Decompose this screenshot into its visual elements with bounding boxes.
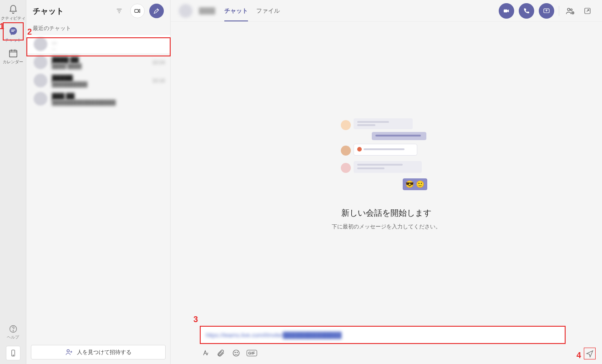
empty-state: 😎 🙂 新しい会話を開始します 下に最初のメッセージを入力してください。: [171, 22, 602, 326]
avatar: [34, 56, 47, 69]
gif-button[interactable]: GIF: [247, 349, 256, 358]
conversation-tabs: チャット ファイル: [224, 0, 280, 21]
emoji-reaction: 😎 🙂: [403, 178, 427, 190]
chat-bubble-icon: [8, 26, 18, 36]
compose-icon: [153, 7, 160, 15]
format-button[interactable]: [201, 349, 210, 358]
svg-point-16: [233, 350, 239, 356]
chat-item[interactable]: ████ ██ ████ ████ 10:24: [26, 53, 170, 71]
new-chat-button[interactable]: [149, 4, 164, 18]
rail-chat[interactable]: チャット: [1, 25, 25, 45]
chat-item[interactable]: ███ ██ ██████████████████: [26, 90, 170, 108]
chat-item[interactable]: ... ...: [26, 35, 170, 53]
phone-icon: [10, 349, 17, 357]
chat-item-time: 10:18: [152, 78, 165, 83]
svg-point-5: [13, 330, 13, 331]
send-icon: [586, 349, 594, 358]
invite-label: 人を見つけて招待する: [77, 349, 132, 356]
rail-chat-label: チャット: [5, 37, 21, 43]
tab-chat[interactable]: チャット: [224, 0, 248, 21]
meet-now-button[interactable]: [130, 4, 145, 18]
svg-point-9: [67, 349, 69, 352]
rail-activity-label: クティビティ: [1, 15, 25, 21]
screen-share-button[interactable]: [539, 3, 554, 19]
svg-point-17: [235, 352, 236, 353]
emoji-button[interactable]: [232, 349, 241, 358]
popout-icon: [583, 7, 592, 15]
chat-list-title: チャット: [33, 6, 108, 16]
svg-rect-8: [135, 10, 138, 13]
chat-items: ... ... ████ ██ ████ ████ 10:24 █████ ██…: [26, 35, 170, 108]
empty-title: 新しい会話を開始します: [341, 207, 431, 218]
compose-area: https://teams.live.com/l/invite/████████…: [171, 326, 602, 364]
avatar: [34, 92, 47, 106]
audio-call-button[interactable]: [519, 3, 534, 19]
help-icon: [9, 324, 18, 334]
filter-button[interactable]: [113, 5, 126, 17]
compose-toolbar: GIF: [200, 344, 566, 358]
rail-activity[interactable]: クティビティ: [1, 3, 25, 23]
emoji-icon: [232, 349, 240, 357]
rail-mobile-button[interactable]: [6, 346, 20, 360]
format-icon: [201, 349, 209, 357]
svg-point-13: [571, 9, 572, 10]
send-button[interactable]: [584, 348, 596, 359]
svg-point-12: [567, 8, 570, 10]
video-icon: [503, 7, 510, 15]
chat-item-preview: ██████████████████: [52, 100, 160, 105]
popout-button[interactable]: [581, 5, 594, 17]
svg-rect-2: [11, 31, 14, 31]
divider: [559, 6, 559, 16]
chat-item-name: ...: [52, 38, 160, 45]
chat-list-header: チャット: [26, 0, 170, 22]
conversation-title: [199, 7, 215, 15]
chat-item-name: █████: [52, 75, 147, 81]
video-icon: [134, 7, 141, 15]
chat-item-preview: ██████████: [52, 81, 147, 87]
conversation-pane: チャット ファイル: [171, 0, 602, 364]
gif-icon: GIF: [247, 350, 257, 356]
avatar: [34, 37, 47, 51]
empty-subtitle: 下に最初のメッセージを入力してください。: [332, 223, 441, 231]
chat-item-preview: ████ ████: [52, 63, 147, 69]
chat-item[interactable]: █████ ██████████ 10:18: [26, 71, 170, 90]
svg-rect-3: [9, 50, 17, 57]
chat-item-name: ███ ██: [52, 93, 160, 100]
bell-icon: [8, 5, 18, 15]
avatar: [179, 4, 192, 18]
add-people-button[interactable]: [564, 5, 577, 17]
rail-help-label: ヘルプ: [7, 334, 19, 340]
chat-item-time: 10:24: [152, 60, 165, 65]
chat-item-preview: ...: [52, 45, 160, 51]
paperclip-icon: [217, 349, 225, 357]
phone-icon: [523, 7, 530, 15]
chat-list-panel: チャット 最近のチャット ...: [26, 0, 171, 364]
chat-item-name: ████ ██: [52, 56, 147, 63]
app-rail: クティビティ チャット カレンダー ヘルプ: [0, 0, 26, 364]
annotation-number-4: 4: [577, 351, 581, 360]
rail-calendar-label: カレンダー: [3, 59, 23, 65]
invite-button[interactable]: 人を見つけて招待する: [31, 345, 166, 359]
rail-calendar[interactable]: カレンダー: [1, 46, 25, 66]
calendar-icon: [8, 48, 18, 58]
svg-point-7: [13, 355, 13, 355]
tab-file[interactable]: ファイル: [256, 0, 280, 21]
video-call-button[interactable]: [499, 3, 514, 19]
filter-icon: [116, 7, 123, 15]
avatar: [34, 74, 47, 87]
screen-share-icon: [543, 7, 550, 15]
svg-rect-1: [11, 30, 15, 30]
person-add-icon: [65, 348, 73, 356]
svg-rect-10: [504, 9, 507, 12]
message-input-value: https://teams.live.com/l/invite/████████…: [206, 332, 342, 339]
rail-help[interactable]: ヘルプ: [1, 322, 25, 342]
conversation-header: チャット ファイル: [171, 0, 602, 22]
recent-chats-label: 最近のチャット: [26, 22, 170, 35]
message-input[interactable]: https://teams.live.com/l/invite/████████…: [200, 326, 566, 344]
people-add-icon: [566, 6, 575, 15]
svg-point-18: [237, 352, 238, 353]
attach-button[interactable]: [216, 349, 225, 358]
empty-illustration: 😎 🙂: [341, 117, 432, 195]
